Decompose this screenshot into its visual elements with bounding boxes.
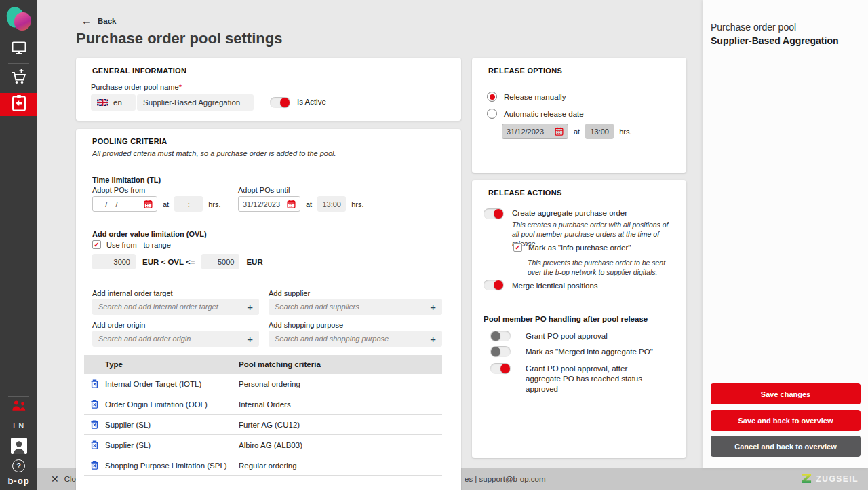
release-manually-row: Release manually	[487, 92, 566, 102]
internal-order-target-search-input[interactable]: Search and add internal order target +	[92, 299, 259, 315]
cancel-back-button[interactable]: Cancel and back to overview	[711, 436, 861, 457]
col-criteria: Pool matching criteria	[239, 360, 442, 369]
release-actions-title: RELEASE ACTIONS	[488, 189, 562, 197]
release-date-value: 31/12/2023	[507, 128, 544, 136]
release-date-input[interactable]: 31/12/2023	[502, 124, 568, 139]
criteria-table: Type Pool matching criteria Internal Ord…	[84, 355, 442, 476]
criteria-table-header: Type Pool matching criteria	[84, 355, 442, 374]
automatic-release-radio[interactable]	[487, 109, 497, 119]
col-type: Type	[104, 360, 239, 369]
order-origin-search-input[interactable]: Search and add order origin +	[92, 331, 259, 347]
adopt-from-time-input[interactable]: __:__	[174, 196, 203, 212]
page-title: Purchase order pool settings	[76, 30, 282, 48]
release-manually-radio[interactable]	[487, 92, 497, 102]
ovl-checkbox[interactable]: ✓	[92, 240, 101, 249]
sidebar-item-bop-brand[interactable]: b-op	[0, 474, 37, 487]
grant-approval-after-toggle[interactable]	[490, 363, 511, 374]
save-back-button[interactable]: Save and back to overview	[711, 410, 861, 431]
add-plus-icon[interactable]: +	[430, 333, 436, 345]
support-contact-text: es | support@b-op.com	[465, 468, 546, 490]
sidebar-item-profile[interactable]	[0, 436, 37, 455]
sidebar-item-help[interactable]: ?	[0, 457, 37, 474]
language-selector[interactable]: en	[91, 94, 136, 111]
info-po-checkbox[interactable]: ✓	[513, 243, 522, 252]
supplier-search-input[interactable]: Search and add suppliers +	[269, 299, 442, 315]
ovl-currency-label: EUR	[246, 258, 262, 266]
merge-positions-label: Merge identical positions	[512, 282, 598, 290]
delete-row-button[interactable]	[84, 440, 104, 450]
adopt-until-date-value: 31/12/2023	[243, 200, 280, 208]
delete-row-button[interactable]	[84, 460, 104, 470]
info-po-note: This prevents the purchase order to be s…	[528, 258, 678, 277]
merge-positions-toggle[interactable]	[484, 280, 504, 290]
trash-x-icon	[90, 440, 99, 450]
sidebar-item-shop[interactable]	[0, 68, 37, 90]
release-manually-label: Release manually	[504, 93, 566, 101]
back-arrow-icon: ←	[81, 15, 92, 26]
ovl-max-input[interactable]: 5000	[201, 254, 239, 269]
table-row: Order Origin Limitation (OOL) Internal O…	[84, 394, 442, 415]
back-button[interactable]: ← Back	[81, 15, 117, 26]
at-label: at	[163, 200, 169, 208]
delete-row-button[interactable]	[84, 419, 104, 430]
pooling-criteria-card: POOLING CRITERIA All provided criteria m…	[76, 129, 461, 490]
adopt-from-date-placeholder: __/__/____	[97, 200, 134, 208]
release-actions-card: RELEASE ACTIONS Create aggregate purchas…	[472, 180, 686, 458]
general-information-title: GENERAL INFORMATION	[92, 67, 186, 75]
release-options-card: RELEASE OPTIONS Release manually Automat…	[472, 58, 686, 173]
hrs-label: hrs.	[619, 128, 631, 136]
ovl-checkbox-row: ✓ Use from - to range	[92, 240, 171, 249]
trash-x-icon	[90, 399, 99, 409]
main-content: ← Back Purchase order pool settings GENE…	[37, 0, 703, 490]
delete-row-button[interactable]	[84, 399, 104, 409]
info-po-row: ✓ Mark as "info purchase order"	[513, 243, 631, 252]
info-po-label: Mark as "info purchase order"	[528, 244, 631, 252]
adopt-until-time-input[interactable]: 13:00	[317, 196, 346, 212]
ovl-checkbox-label: Use from - to range	[106, 241, 171, 249]
zugseil-z-icon	[802, 473, 812, 486]
release-options-title: RELEASE OPTIONS	[488, 67, 562, 75]
sidebar-item-dashboard[interactable]	[0, 39, 37, 60]
at-label: at	[574, 128, 580, 136]
add-plus-icon[interactable]: +	[247, 333, 253, 345]
adopt-from-date-input[interactable]: __/__/____	[92, 196, 157, 212]
pool-name-input[interactable]: Supplier-Based Aggregation	[137, 94, 254, 111]
search-field-label: Add shopping purpose	[269, 321, 343, 329]
sidebar: EN ? b-op	[0, 0, 37, 490]
required-asterisk: *	[179, 83, 182, 91]
app-logo[interactable]	[7, 5, 31, 33]
general-information-card: GENERAL INFORMATION Purchase order pool …	[76, 58, 461, 121]
hrs-label: hrs.	[208, 200, 220, 208]
handling-heading: Pool member PO handling after pool relea…	[484, 315, 648, 323]
add-plus-icon[interactable]: +	[247, 301, 253, 313]
zugseil-brand: ZUGSEIL	[802, 468, 859, 490]
shopping-purpose-search-input[interactable]: Search and add shopping purpose +	[269, 331, 442, 347]
save-changes-button[interactable]: Save changes	[711, 383, 861, 404]
sidebar-item-purchase-order-pools[interactable]	[0, 93, 37, 116]
adopt-until-label: Adopt POs until	[238, 186, 290, 194]
delete-row-button[interactable]	[84, 379, 104, 389]
add-plus-icon[interactable]: +	[430, 301, 436, 313]
clipboard-arrow-left-icon	[11, 94, 27, 115]
toggle-knob	[491, 347, 500, 356]
toggle-knob	[491, 331, 500, 341]
is-active-toggle[interactable]	[270, 97, 290, 108]
close-icon: ✕	[51, 474, 59, 485]
release-time-input[interactable]: 13:00	[585, 124, 614, 139]
toggle-knob	[500, 364, 510, 373]
merged-into-aggregate-toggle[interactable]	[490, 346, 511, 357]
sidebar-language-label[interactable]: EN	[0, 419, 37, 432]
grant-approval-after-label: Grant PO pool approval, after aggregate …	[526, 364, 661, 394]
create-aggregate-toggle[interactable]	[484, 208, 504, 219]
create-aggregate-label: Create aggregate purchase order	[512, 209, 627, 217]
adopt-until-date-input[interactable]: 31/12/2023	[238, 196, 300, 212]
sidebar-item-language-switch[interactable]	[0, 400, 37, 414]
toggle-knob	[494, 209, 503, 219]
grant-approval-toggle[interactable]	[490, 331, 511, 341]
calendar-icon[interactable]	[144, 200, 153, 208]
toggle-knob	[494, 280, 503, 290]
calendar-icon[interactable]	[287, 200, 296, 208]
pooling-criteria-note: All provided criteria must match, so a p…	[92, 149, 336, 157]
ovl-min-input[interactable]: 3000	[92, 254, 136, 269]
calendar-icon[interactable]	[555, 127, 564, 136]
